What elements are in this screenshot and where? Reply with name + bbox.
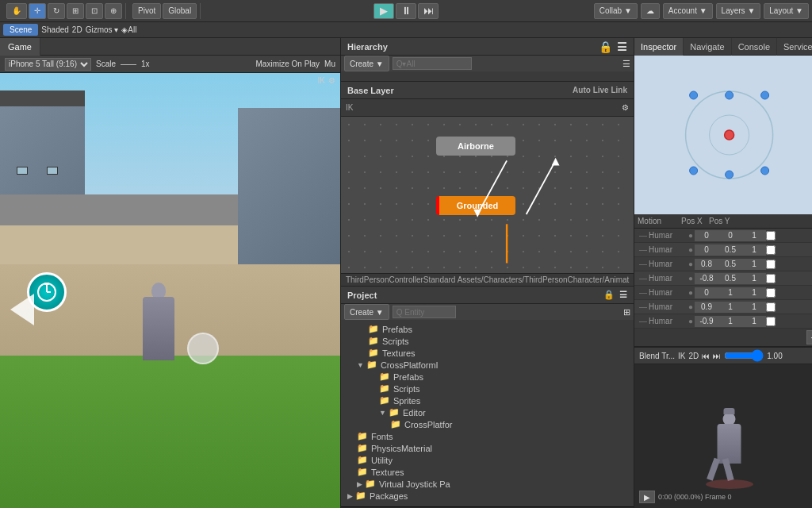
inspector-add-btn[interactable]: + bbox=[806, 330, 812, 344]
animator-canvas[interactable]: Airborne Grounded bbox=[341, 117, 634, 273]
blend-step-icon[interactable]: ⏮ bbox=[702, 352, 710, 360]
row-val-3[interactable] bbox=[742, 273, 766, 284]
row-posx-2[interactable] bbox=[695, 259, 718, 270]
row-check-2[interactable] bbox=[766, 260, 776, 269]
row-check-4[interactable] bbox=[766, 288, 776, 298]
row-icon-5: — bbox=[638, 302, 649, 311]
pivot-btn[interactable]: Pivot bbox=[132, 3, 161, 19]
animator-settings-icon[interactable]: ⚙ bbox=[622, 103, 629, 112]
hierarchy-create-btn[interactable]: Create ▼ bbox=[344, 56, 389, 71]
cloud-btn[interactable]: ☁ bbox=[641, 3, 660, 19]
tree-item-editor[interactable]: ▼ 📁 Editor bbox=[341, 406, 634, 418]
folder-icon: 📁 bbox=[379, 395, 390, 406]
row-check-0[interactable] bbox=[766, 231, 776, 241]
tree-item-prefabs2[interactable]: 📁 Prefabs bbox=[341, 371, 634, 383]
inspector-tab[interactable]: Inspector bbox=[634, 38, 684, 56]
row-val-1[interactable] bbox=[742, 244, 766, 256]
tree-item-prefabs1[interactable]: 📁 Prefabs bbox=[341, 323, 634, 335]
step-btn[interactable]: ⏭ bbox=[418, 3, 439, 19]
row-posy-4[interactable] bbox=[718, 287, 742, 298]
2d-label: 2D bbox=[72, 25, 82, 34]
animator-panel: Base Layer Auto Live Link IK ⚙ Airborne … bbox=[341, 82, 634, 286]
row-posx-3[interactable] bbox=[695, 273, 718, 284]
row-posx-5[interactable] bbox=[695, 302, 718, 313]
tree-item-virtualjoystick[interactable]: ▶ 📁 Virtual Joystick Pa bbox=[341, 478, 634, 490]
right-toolbar-group: Collab ▼ ☁ Account ▼ Layers ▼ Layout ▼ bbox=[594, 3, 809, 19]
tree-item-scripts2[interactable]: 📁 Scripts bbox=[341, 383, 634, 394]
tree-item-fonts[interactable]: 📁 Fonts bbox=[341, 430, 634, 442]
row-val-5[interactable] bbox=[742, 302, 766, 313]
layers-btn[interactable]: Layers ▼ bbox=[716, 3, 761, 19]
project-search-input[interactable] bbox=[393, 306, 456, 318]
row-dot-5: ● bbox=[688, 302, 695, 311]
row-posy-6[interactable] bbox=[718, 316, 742, 327]
tree-item-sprites[interactable]: 📁 Sprites bbox=[341, 394, 634, 406]
project-assets-icon[interactable]: ⊞ bbox=[623, 307, 630, 318]
row-check-5[interactable] bbox=[766, 302, 776, 312]
tree-item-crossplatfor2[interactable]: 📁 CrossPlatfor bbox=[341, 418, 634, 430]
row-check-1[interactable] bbox=[766, 245, 776, 255]
row-posx-4[interactable] bbox=[695, 287, 718, 298]
mute-label[interactable]: Mu bbox=[324, 60, 335, 68]
row-posy-5[interactable] bbox=[718, 302, 742, 313]
hierarchy-lock-icon[interactable]: 🔒 bbox=[599, 40, 612, 53]
row-val-6[interactable] bbox=[742, 316, 766, 327]
hand-tool-btn[interactable]: ✋ bbox=[6, 3, 27, 19]
airborne-node[interactable]: Airborne bbox=[436, 137, 515, 156]
tree-label: Editor bbox=[403, 408, 426, 418]
play-btn[interactable]: ▶ bbox=[373, 3, 394, 19]
row-icon-2: — bbox=[638, 260, 649, 268]
row-posy-0[interactable] bbox=[718, 230, 742, 241]
rotate-tool-btn[interactable]: ↻ bbox=[48, 3, 65, 19]
hierarchy-icon-btn[interactable]: ☰ bbox=[622, 59, 630, 69]
tree-item-utility[interactable]: 📁 Utility bbox=[341, 454, 634, 466]
move-tool-btn[interactable]: ✛ bbox=[29, 3, 46, 19]
row-posy-3[interactable] bbox=[718, 273, 742, 284]
combined-tool-btn[interactable]: ⊕ bbox=[105, 3, 122, 19]
tree-item-packages[interactable]: ▶ 📁 Packages bbox=[341, 490, 634, 502]
scale-tool-btn[interactable]: ⊞ bbox=[67, 3, 84, 19]
project-menu-icon[interactable]: ☰ bbox=[619, 290, 627, 300]
layout-btn[interactable]: Layout ▼ bbox=[764, 3, 809, 19]
pause-btn[interactable]: ⏸ bbox=[396, 3, 416, 19]
row-val-4[interactable] bbox=[742, 287, 766, 298]
row-check-3[interactable] bbox=[766, 274, 776, 283]
grounded-node[interactable]: Grounded bbox=[436, 196, 515, 215]
collab-btn[interactable]: Collab ▼ bbox=[594, 3, 638, 19]
row-val-2[interactable] bbox=[742, 259, 766, 270]
row-posy-2[interactable] bbox=[718, 259, 742, 270]
row-posx-0[interactable] bbox=[695, 230, 718, 241]
console-tab[interactable]: Console bbox=[732, 38, 777, 56]
project-create-btn[interactable]: Create ▼ bbox=[344, 304, 389, 320]
tree-item-crossplatform[interactable]: ▼ 📁 CrossPlatformI bbox=[341, 359, 634, 371]
maximize-label[interactable]: Maximize On Play bbox=[256, 60, 320, 68]
folder-icon: 📁 bbox=[355, 491, 366, 501]
tree-item-textures2[interactable]: 📁 Textures bbox=[341, 466, 634, 478]
blend-play-btn[interactable]: ▶ bbox=[639, 491, 655, 503]
tree-item-physics[interactable]: 📁 PhysicsMaterial bbox=[341, 442, 634, 454]
hierarchy-search-input[interactable] bbox=[393, 57, 472, 70]
hierarchy-menu-icon[interactable]: ☰ bbox=[617, 40, 627, 53]
tree-label: CrossPlatformI bbox=[381, 360, 439, 370]
account-btn[interactable]: Account ▼ bbox=[663, 3, 713, 19]
scene-tab[interactable]: Scene bbox=[3, 24, 38, 36]
services-tab[interactable]: Services bbox=[777, 38, 812, 56]
tree-item-scripts1[interactable]: 📁 Scripts bbox=[341, 335, 634, 347]
game-tab[interactable]: Game bbox=[0, 38, 40, 56]
project-title: Project bbox=[347, 291, 377, 300]
ik-toggle[interactable]: IK bbox=[346, 103, 353, 112]
row-posx-1[interactable] bbox=[695, 244, 718, 256]
blend-step2-icon[interactable]: ⏭ bbox=[713, 352, 721, 360]
global-btn[interactable]: Global bbox=[163, 3, 197, 19]
rect-tool-btn[interactable]: ⊡ bbox=[86, 3, 103, 19]
tree-item-textures1[interactable]: 📁 Textures bbox=[341, 347, 634, 359]
row-posx-6[interactable] bbox=[695, 316, 718, 327]
row-val-0[interactable] bbox=[742, 230, 766, 241]
navigate-tab[interactable]: Navigate bbox=[684, 38, 731, 56]
blend-speed-slider[interactable] bbox=[724, 352, 764, 360]
display-select[interactable]: iPhone 5 Tall (9:16) bbox=[5, 58, 91, 71]
row-posy-1[interactable] bbox=[718, 244, 742, 256]
row-check-6[interactable] bbox=[766, 317, 776, 326]
inspector-add-row: + bbox=[634, 329, 812, 347]
project-lock-icon[interactable]: 🔒 bbox=[603, 290, 615, 300]
